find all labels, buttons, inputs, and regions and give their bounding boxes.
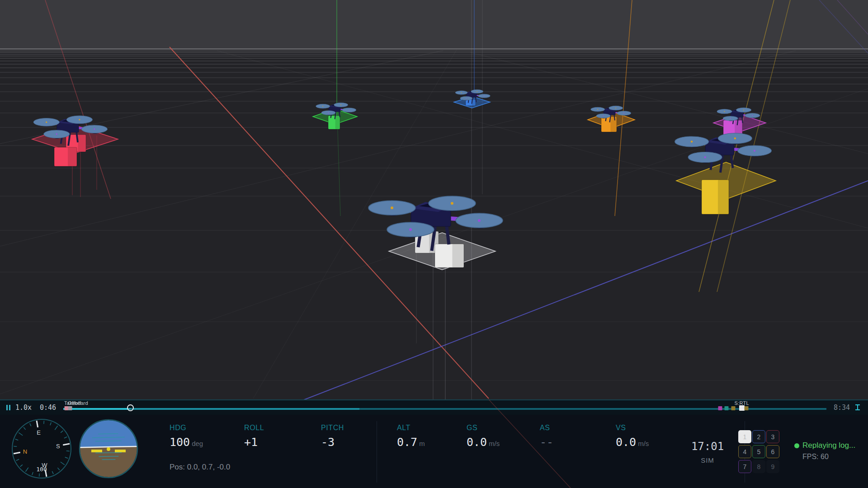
keypad-key-4[interactable]: 4 [738, 445, 751, 458]
telemetry-label: HDG [170, 424, 203, 432]
playhead[interactable] [127, 404, 134, 411]
telemetry-label: PITCH [321, 424, 344, 432]
clock-block: 17:01 SIM [678, 440, 737, 464]
sim-label: SIM [678, 456, 737, 464]
divider [377, 421, 377, 483]
telemetry-hdg: HDG100deg [170, 424, 203, 449]
keypad-key-3[interactable]: 3 [766, 430, 779, 443]
position-readout: Pos: 0.0, 0.7, -0.0 [170, 463, 230, 472]
elapsed-time: 0:46 [40, 404, 56, 412]
marker-rtl [739, 405, 745, 411]
vehicle-keypad: 123456789 [738, 430, 779, 473]
telemetry-label: GS [467, 424, 500, 432]
attitude-wing-right [115, 450, 126, 452]
telemetry-roll: ROLL+1 [244, 424, 264, 449]
pause-button[interactable] [6, 405, 11, 410]
marker-gray [68, 406, 72, 410]
compass-cardinal-E: E [37, 429, 41, 436]
compass-cardinal-S: S [56, 443, 60, 450]
hud-panel: NESW100 HDG100degROLL+1PITCH-3ALT0.7mGS0… [0, 415, 868, 488]
telemetry-unit: m/s [489, 440, 500, 447]
keypad-key-8[interactable]: 8 [752, 460, 765, 473]
marker-teal [724, 406, 728, 410]
telemetry-unit: m/s [638, 440, 649, 447]
fps-readout: FPS: 60 [802, 453, 829, 461]
telemetry-label: ROLL [244, 424, 264, 432]
compass-cardinal-N: N [23, 448, 27, 455]
telemetry-value: -- [540, 436, 553, 449]
playback-speed[interactable]: 1.0x [15, 404, 32, 412]
keypad-key-9[interactable]: 9 [766, 460, 779, 473]
attitude-wing-left [91, 450, 102, 452]
keypad-key-1[interactable]: 1 [738, 430, 751, 443]
attitude-indicator [78, 418, 139, 479]
telemetry-value: -3 [321, 436, 344, 449]
telemetry-pitch: PITCH-3 [321, 424, 344, 449]
telemetry-value: 0.7m [397, 436, 425, 449]
compass-gauge: NESW100 [10, 417, 73, 480]
sim-time: 17:01 [678, 440, 737, 453]
telemetry-value: +1 [244, 436, 264, 449]
mode-label-offboard: Offboard [68, 400, 88, 406]
telemetry-unit: m [419, 440, 425, 447]
skip-to-end-icon[interactable] [855, 404, 860, 410]
telemetry-label: VS [616, 424, 649, 432]
telemetry-value: 100deg [170, 436, 203, 449]
keypad-key-5[interactable]: 5 [752, 445, 765, 458]
keypad-key-2[interactable]: 2 [752, 430, 765, 443]
telemetry-gs: GS0.0m/s [467, 424, 500, 449]
telemetry-as: AS-- [540, 424, 553, 449]
status-message: Replaying log... [802, 441, 855, 450]
keypad-key-6[interactable]: 6 [766, 445, 779, 458]
marker-olive [731, 406, 736, 410]
playback-bar: 1.0x 0:46 TakeoffOffboardS:RTL 8:34 [0, 399, 868, 415]
keypad-key-7[interactable]: 7 [738, 460, 751, 473]
telemetry-alt: ALT0.7m [397, 424, 425, 449]
telemetry-value: 0.0m/s [616, 436, 649, 449]
attitude-center-dot [107, 447, 110, 451]
compass-heading-value: 100 [36, 466, 47, 473]
telemetry-vs: VS0.0m/s [616, 424, 649, 449]
marker-olive [744, 406, 748, 410]
telemetry-label: ALT [397, 424, 425, 432]
telemetry-label: AS [540, 424, 553, 432]
telemetry-unit: deg [192, 440, 203, 447]
status-dot-icon [794, 443, 799, 448]
total-time: 8:34 [834, 404, 850, 412]
marker-magenta [718, 406, 722, 410]
telemetry-value: 0.0m/s [467, 436, 500, 449]
timeline-track[interactable]: TakeoffOffboardS:RTL [63, 407, 826, 411]
